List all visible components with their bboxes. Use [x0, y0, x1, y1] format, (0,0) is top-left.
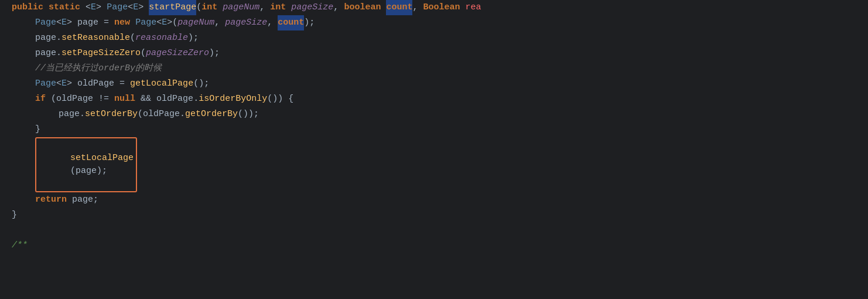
code-line-7: if (oldPage != null && oldPage . isOrder… — [0, 91, 868, 107]
code-line-2: Page<E> page = new Page<E>( pageNum , pa… — [0, 15, 868, 30]
code-line-3: page . setReasonable ( reasonable ); — [0, 30, 868, 46]
javadoc-start: /** — [12, 238, 28, 253]
code-line-5: //当已经执行过orderBy的时候 — [0, 61, 868, 76]
code-line-10: setLocalPage (page); — [0, 137, 868, 192]
code-line-14: /** — [0, 238, 868, 253]
code-line-4: page . setPageSizeZero ( pageSizeZero ); — [0, 46, 868, 61]
keyword-int-1: int — [201, 0, 217, 15]
comment-chinese: //当已经执行过orderBy的时候 — [35, 61, 162, 76]
code-line-1: public static <E> Page<E> startPage ( in… — [0, 0, 868, 15]
code-line-12: } — [0, 208, 868, 223]
code-line-6: Page<E> oldPage = getLocalPage (); — [0, 76, 868, 91]
keyword-public: public — [12, 0, 43, 15]
code-line-8: page . setOrderBy (oldPage . getOrderBy … — [0, 107, 868, 122]
highlighted-setlocalpage-box: setLocalPage (page); — [35, 137, 137, 192]
code-line-9: } — [0, 122, 868, 137]
keyword-boolean: boolean — [344, 0, 381, 15]
code-line-13 — [0, 223, 868, 238]
keyword-static: static — [49, 0, 80, 15]
keyword-int-2: int — [270, 0, 286, 15]
param-count: count — [386, 0, 412, 15]
count-ref-1: count — [278, 15, 304, 30]
keyword-Boolean: Boolean — [423, 0, 460, 15]
type-page: Page — [107, 0, 128, 15]
method-startpage: startPage — [149, 0, 196, 15]
code-editor: public static <E> Page<E> startPage ( in… — [0, 0, 868, 299]
code-line-11: return page; — [0, 192, 868, 208]
